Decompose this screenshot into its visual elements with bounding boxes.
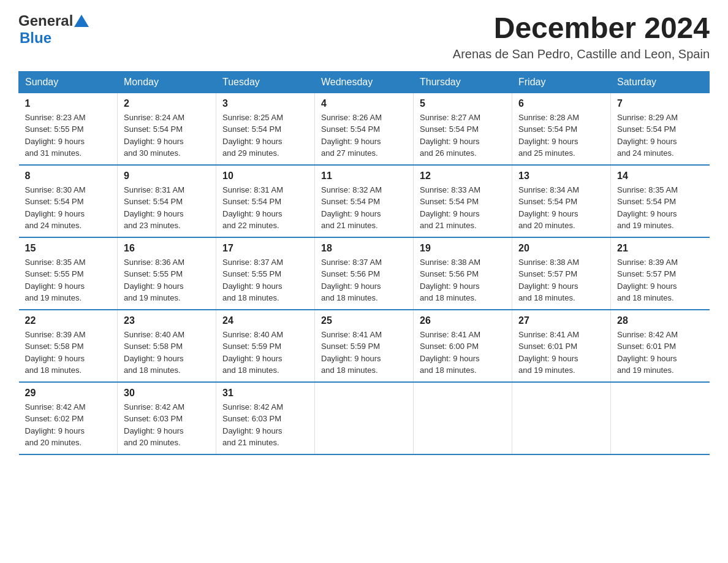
logo-triangle-icon [74,15,89,27]
day-info: Sunrise: 8:28 AMSunset: 5:54 PMDaylight:… [518,112,604,159]
calendar-cell: 28Sunrise: 8:42 AMSunset: 6:01 PMDayligh… [611,310,710,382]
calendar-cell: 12Sunrise: 8:33 AMSunset: 5:54 PMDayligh… [414,165,512,237]
day-number: 4 [321,98,407,109]
day-number: 3 [222,98,308,109]
title-area: December 2024 Arenas de San Pedro, Casti… [453,12,710,61]
week-row-5: 29Sunrise: 8:42 AMSunset: 6:02 PMDayligh… [19,382,710,454]
day-number: 18 [321,243,407,254]
day-info: Sunrise: 8:33 AMSunset: 5:54 PMDaylight:… [420,184,506,232]
calendar-cell: 17Sunrise: 8:37 AMSunset: 5:55 PMDayligh… [216,237,315,310]
day-info: Sunrise: 8:38 AMSunset: 5:56 PMDaylight:… [420,256,506,304]
day-number: 12 [420,170,506,182]
day-info: Sunrise: 8:31 AMSunset: 5:54 PMDaylight:… [222,184,308,232]
day-info: Sunrise: 8:39 AMSunset: 5:57 PMDaylight:… [617,256,703,304]
day-info: Sunrise: 8:35 AMSunset: 5:54 PMDaylight:… [617,184,703,232]
calendar-cell: 18Sunrise: 8:37 AMSunset: 5:56 PMDayligh… [315,237,414,310]
calendar-table: SundayMondayTuesdayWednesdayThursdayFrid… [18,71,710,455]
calendar-cell: 9Sunrise: 8:31 AMSunset: 5:54 PMDaylight… [118,165,216,237]
day-number: 7 [617,98,703,109]
header-saturday: Saturday [611,71,710,93]
day-number: 20 [518,243,604,254]
day-info: Sunrise: 8:23 AMSunset: 5:55 PMDaylight:… [25,112,112,159]
calendar-cell: 13Sunrise: 8:34 AMSunset: 5:54 PMDayligh… [512,165,611,237]
calendar-cell [611,382,710,454]
week-row-3: 15Sunrise: 8:35 AMSunset: 5:55 PMDayligh… [19,237,710,310]
day-number: 9 [124,170,210,182]
page-header: General Blue December 2024 Arenas de San… [18,12,710,61]
day-number: 22 [25,315,112,326]
day-info: Sunrise: 8:24 AMSunset: 5:54 PMDaylight:… [124,112,210,159]
week-row-2: 8Sunrise: 8:30 AMSunset: 5:54 PMDaylight… [19,165,710,237]
calendar-cell: 22Sunrise: 8:39 AMSunset: 5:58 PMDayligh… [19,310,118,382]
calendar-cell: 2Sunrise: 8:24 AMSunset: 5:54 PMDaylight… [118,93,216,165]
calendar-cell: 10Sunrise: 8:31 AMSunset: 5:54 PMDayligh… [216,165,315,237]
day-info: Sunrise: 8:29 AMSunset: 5:54 PMDaylight:… [617,112,703,159]
day-info: Sunrise: 8:41 AMSunset: 6:00 PMDaylight:… [420,329,506,377]
day-number: 6 [518,98,604,109]
calendar-cell: 16Sunrise: 8:36 AMSunset: 5:55 PMDayligh… [118,237,216,310]
header-tuesday: Tuesday [216,71,315,93]
day-number: 13 [518,170,604,182]
day-info: Sunrise: 8:26 AMSunset: 5:54 PMDaylight:… [321,112,407,159]
header-row: SundayMondayTuesdayWednesdayThursdayFrid… [19,71,710,93]
calendar-cell: 21Sunrise: 8:39 AMSunset: 5:57 PMDayligh… [611,237,710,310]
day-info: Sunrise: 8:25 AMSunset: 5:54 PMDaylight:… [222,112,308,159]
day-info: Sunrise: 8:41 AMSunset: 6:01 PMDaylight:… [518,329,604,377]
header-thursday: Thursday [414,71,512,93]
calendar-cell: 30Sunrise: 8:42 AMSunset: 6:03 PMDayligh… [118,382,216,454]
week-row-1: 1Sunrise: 8:23 AMSunset: 5:55 PMDaylight… [19,93,710,165]
header-friday: Friday [512,71,611,93]
day-number: 30 [124,388,210,399]
calendar-cell: 5Sunrise: 8:27 AMSunset: 5:54 PMDaylight… [414,93,512,165]
calendar-header: SundayMondayTuesdayWednesdayThursdayFrid… [19,71,710,93]
day-number: 2 [124,98,210,109]
day-info: Sunrise: 8:36 AMSunset: 5:55 PMDaylight:… [124,256,210,304]
logo-general-text: General [18,12,73,29]
day-info: Sunrise: 8:27 AMSunset: 5:54 PMDaylight:… [420,112,506,159]
day-info: Sunrise: 8:40 AMSunset: 5:59 PMDaylight:… [222,329,308,377]
calendar-cell: 3Sunrise: 8:25 AMSunset: 5:54 PMDaylight… [216,93,315,165]
day-info: Sunrise: 8:37 AMSunset: 5:55 PMDaylight:… [222,256,308,304]
calendar-cell: 29Sunrise: 8:42 AMSunset: 6:02 PMDayligh… [19,382,118,454]
day-number: 8 [25,170,112,182]
day-info: Sunrise: 8:42 AMSunset: 6:01 PMDaylight:… [617,329,703,377]
calendar-body: 1Sunrise: 8:23 AMSunset: 5:55 PMDaylight… [19,93,710,454]
day-number: 26 [420,315,506,326]
day-info: Sunrise: 8:37 AMSunset: 5:56 PMDaylight:… [321,256,407,304]
calendar-cell: 6Sunrise: 8:28 AMSunset: 5:54 PMDaylight… [512,93,611,165]
calendar-cell: 27Sunrise: 8:41 AMSunset: 6:01 PMDayligh… [512,310,611,382]
calendar-cell: 4Sunrise: 8:26 AMSunset: 5:54 PMDaylight… [315,93,414,165]
calendar-cell: 26Sunrise: 8:41 AMSunset: 6:00 PMDayligh… [414,310,512,382]
day-info: Sunrise: 8:41 AMSunset: 5:59 PMDaylight:… [321,329,407,377]
day-number: 15 [25,243,112,254]
header-sunday: Sunday [19,71,118,93]
calendar-cell [414,382,512,454]
day-info: Sunrise: 8:31 AMSunset: 5:54 PMDaylight:… [124,184,210,232]
calendar-cell: 24Sunrise: 8:40 AMSunset: 5:59 PMDayligh… [216,310,315,382]
day-number: 24 [222,315,308,326]
calendar-cell: 1Sunrise: 8:23 AMSunset: 5:55 PMDaylight… [19,93,118,165]
day-number: 27 [518,315,604,326]
calendar-cell: 8Sunrise: 8:30 AMSunset: 5:54 PMDaylight… [19,165,118,237]
day-number: 16 [124,243,210,254]
day-number: 17 [222,243,308,254]
day-number: 10 [222,170,308,182]
day-number: 25 [321,315,407,326]
header-monday: Monday [118,71,216,93]
day-number: 23 [124,315,210,326]
calendar-cell: 20Sunrise: 8:38 AMSunset: 5:57 PMDayligh… [512,237,611,310]
logo: General Blue [18,12,89,47]
calendar-cell [512,382,611,454]
day-number: 11 [321,170,407,182]
calendar-cell: 15Sunrise: 8:35 AMSunset: 5:55 PMDayligh… [19,237,118,310]
calendar-cell: 31Sunrise: 8:42 AMSunset: 6:03 PMDayligh… [216,382,315,454]
day-info: Sunrise: 8:32 AMSunset: 5:54 PMDaylight:… [321,184,407,232]
day-info: Sunrise: 8:42 AMSunset: 6:03 PMDaylight:… [222,401,308,449]
day-number: 21 [617,243,703,254]
calendar-cell: 19Sunrise: 8:38 AMSunset: 5:56 PMDayligh… [414,237,512,310]
day-info: Sunrise: 8:42 AMSunset: 6:02 PMDaylight:… [25,401,112,449]
day-number: 31 [222,388,308,399]
header-wednesday: Wednesday [315,71,414,93]
day-number: 19 [420,243,506,254]
day-info: Sunrise: 8:39 AMSunset: 5:58 PMDaylight:… [25,329,112,377]
